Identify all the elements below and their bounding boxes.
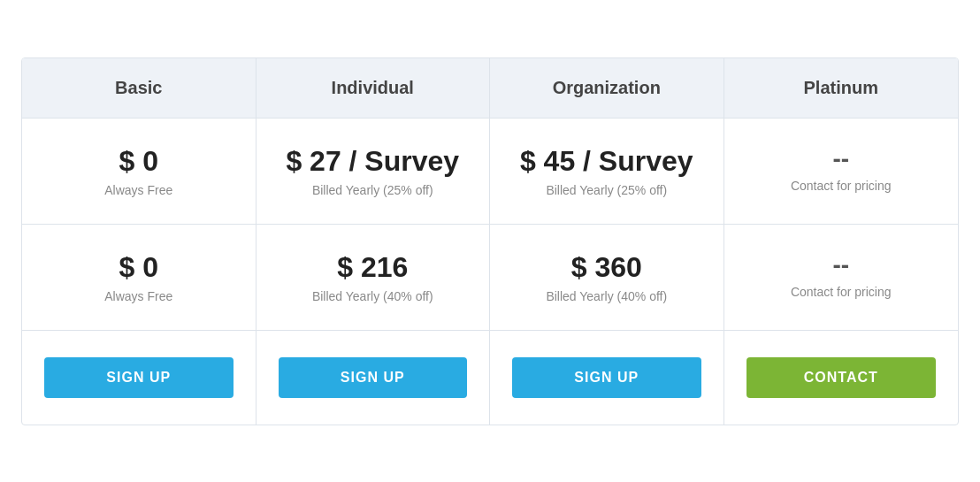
price-section-2-individual: $ 216 Billed Yearly (40% off)	[256, 225, 490, 331]
plan-name-organization: Organization	[553, 78, 661, 97]
plan-name-basic: Basic	[115, 78, 162, 97]
price-amount-2-platinum: --	[742, 251, 941, 279]
cta-button-basic[interactable]: SIGN UP	[44, 357, 234, 398]
plan-col-platinum: Platinum -- Contact for pricing -- Conta…	[724, 58, 959, 425]
cta-section-basic: SIGN UP	[22, 331, 256, 425]
price-section-1-basic: $ 0 Always Free	[22, 119, 256, 225]
plan-header-individual: Individual	[256, 58, 490, 119]
plan-col-basic: Basic $ 0 Always Free $ 0 Always Free SI…	[22, 58, 256, 425]
plan-header-basic: Basic	[22, 58, 256, 119]
plan-col-individual: Individual $ 27 / Survey Billed Yearly (…	[256, 58, 491, 425]
price-label-2-basic: Always Free	[40, 289, 238, 303]
cta-button-individual[interactable]: SIGN UP	[279, 357, 468, 398]
price-amount-1-platinum: --	[742, 145, 941, 173]
price-label-2-individual: Billed Yearly (40% off)	[274, 289, 472, 303]
cta-section-platinum: CONTACT	[724, 331, 959, 425]
price-section-2-basic: $ 0 Always Free	[22, 225, 256, 331]
cta-section-organization: SIGN UP	[490, 331, 724, 425]
cta-section-individual: SIGN UP	[256, 331, 490, 425]
plan-name-platinum: Platinum	[804, 78, 878, 97]
price-label-2-platinum: Contact for pricing	[742, 285, 941, 299]
price-label-2-organization: Billed Yearly (40% off)	[508, 289, 706, 303]
price-amount-2-organization: $ 360	[508, 251, 706, 284]
price-amount-2-individual: $ 216	[274, 251, 472, 284]
price-label-1-platinum: Contact for pricing	[742, 179, 941, 193]
price-section-1-individual: $ 27 / Survey Billed Yearly (25% off)	[256, 119, 490, 225]
cta-button-organization[interactable]: SIGN UP	[512, 357, 701, 398]
price-amount-2-basic: $ 0	[40, 251, 238, 284]
price-label-1-individual: Billed Yearly (25% off)	[274, 183, 472, 197]
pricing-table: Basic $ 0 Always Free $ 0 Always Free SI…	[21, 57, 959, 425]
plan-header-organization: Organization	[490, 58, 724, 119]
price-amount-1-basic: $ 0	[40, 145, 238, 178]
plan-col-organization: Organization $ 45 / Survey Billed Yearly…	[490, 58, 724, 425]
plan-name-individual: Individual	[332, 78, 414, 97]
price-section-2-organization: $ 360 Billed Yearly (40% off)	[490, 225, 724, 331]
cta-button-platinum[interactable]: CONTACT	[746, 357, 937, 398]
price-section-1-organization: $ 45 / Survey Billed Yearly (25% off)	[490, 119, 724, 225]
price-amount-1-organization: $ 45 / Survey	[508, 145, 706, 178]
price-amount-1-individual: $ 27 / Survey	[274, 145, 472, 178]
price-label-1-organization: Billed Yearly (25% off)	[508, 183, 706, 197]
price-label-1-basic: Always Free	[40, 183, 238, 197]
price-section-2-platinum: -- Contact for pricing	[724, 225, 959, 331]
plan-header-platinum: Platinum	[724, 58, 959, 119]
price-section-1-platinum: -- Contact for pricing	[724, 119, 959, 225]
